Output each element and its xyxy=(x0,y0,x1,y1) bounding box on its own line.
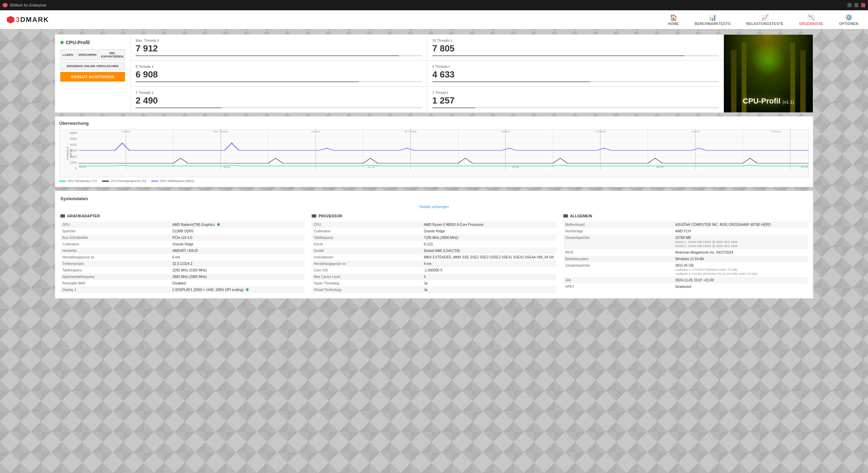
gpu-column: Grafikadapter GPU AMD Radeon(TM) Graphic… xyxy=(60,214,305,293)
table-row: Taktfrequenz2200 MHz (2200 MHz) xyxy=(60,267,305,274)
chart-area: 6000 5000 4000 3000 2000 1000 0 Frequenz… xyxy=(59,129,809,177)
cpu-column: Prozessor CPUAMD Ryzen 5 9600X 6-Core Pr… xyxy=(312,214,556,293)
results-icon: 📉 xyxy=(807,14,815,21)
x-label-0000: 00:00 xyxy=(79,166,86,169)
score-8-threads-fill xyxy=(136,81,359,82)
y-axis-label: Frequenz (MHz) xyxy=(66,144,73,163)
nav-stress-label: BELASTUNGSTESTE xyxy=(746,22,784,26)
phase-label-3: Leerlauf xyxy=(458,130,553,133)
info-icon-8[interactable]: ℹ xyxy=(152,65,153,69)
table-row: InstruktionenMMX EXTENDED_MMX SSE SSE2 S… xyxy=(312,254,556,260)
nav-options-label: OPTIONEN xyxy=(839,22,858,26)
chart-x-labels: 00:00 00:40 01:20 02:00 02:40 03:20 xyxy=(78,164,808,170)
x-label-0200: 02:00 xyxy=(512,166,519,169)
info-icon-2[interactable]: ℹ xyxy=(152,91,153,95)
score-2-threads-value: 2 490 xyxy=(136,95,422,106)
general-column: Allgemein MotherboardASUSTeK COMPUTER IN… xyxy=(563,214,808,293)
score-max-threads-bar xyxy=(136,55,422,56)
top-section: CPU-Profil LADEN SPEICHERN XML EXPORTIER… xyxy=(55,34,813,113)
nav-results[interactable]: 📉 ERGEBNISSE xyxy=(796,14,826,26)
xml-export-button[interactable]: XML EXPORTIEREN xyxy=(99,49,125,60)
scores-grid: Max. Threads ℹ 7 912 16 Threads ℹ 7 805 … xyxy=(130,35,724,112)
nav-benchmarks[interactable]: 📊 BENCHMARKTESTS xyxy=(692,14,733,26)
legend-temp-color xyxy=(59,181,66,182)
score-2-threads-label: 2 Threads ℹ xyxy=(136,91,422,95)
table-row: Speichertaktfrequenz2800 MHz (2800 MHz) xyxy=(60,274,305,280)
run-again-button[interactable]: ERNEUT AUSFÜHREN xyxy=(60,72,125,82)
info-icon-max[interactable]: ℹ xyxy=(158,39,159,43)
left-panel: CPU-Profil LADEN SPEICHERN XML EXPORTIER… xyxy=(55,35,130,112)
phase-label-4: Leerlauf xyxy=(648,130,743,133)
gpu-status-dot xyxy=(217,223,220,226)
logo: 3DMARK xyxy=(7,16,49,24)
table-row: Zeit2024-11-05 15:07 +01:00 xyxy=(563,277,808,283)
table-row: Hyper ThreadingJa xyxy=(312,280,556,287)
gpu-column-title: Grafikadapter xyxy=(60,214,305,218)
laden-button[interactable]: LADEN xyxy=(60,49,75,60)
score-1-thread-label: 1 Thread ℹ xyxy=(432,91,719,95)
monitoring-title: Überwachung xyxy=(59,121,809,126)
legend-freq: CPU-Taktfrequenz (MHz) xyxy=(151,179,194,183)
score-4-threads-bar xyxy=(432,81,719,82)
legend-util: CPU-Dienstprogramm (%) xyxy=(102,179,146,183)
table-row: MotherboardASUSTeK COMPUTER INC. ROG CRO… xyxy=(563,221,808,228)
legend-temp: CPU-Temperatur (°C) xyxy=(59,179,97,183)
nav-benchmarks-label: BENCHMARKTESTS xyxy=(695,22,731,26)
score-max-threads-value: 7 912 xyxy=(136,43,422,54)
chart-legend: CPU-Temperatur (°C) CPU-Dienstprogramm (… xyxy=(59,179,809,183)
score-4-threads: 4 Threads ℹ 4 633 xyxy=(427,61,724,87)
score-8-threads-label: 8 Threads ℹ xyxy=(136,65,422,69)
compare-button[interactable]: ERGEBNIS ONLINE VERGLEICHEN xyxy=(60,62,125,70)
nav-items: 🏠 HOME 📊 BENCHMARKTESTS 📈 BELASTUNGSTEST… xyxy=(665,14,861,26)
logo-text: 3DMARK xyxy=(16,16,49,24)
benchmarks-icon: 📊 xyxy=(709,14,717,21)
x-label-0240: 02:40 xyxy=(656,166,663,169)
phase-label-max: Max. Threads xyxy=(173,130,268,133)
score-2-threads-bar xyxy=(136,107,422,108)
general-column-title: Allgemein xyxy=(563,214,808,218)
details-toggle[interactable]: Details verbergen xyxy=(60,205,808,209)
score-16-threads-value: 7 805 xyxy=(432,43,719,54)
cpu-column-title: Prozessor xyxy=(312,214,556,218)
cpu-profil-label: CPU-Profil xyxy=(66,40,90,45)
x-label-0040: 00:40 xyxy=(224,166,230,169)
nav-home-label: HOME xyxy=(668,22,679,26)
table-row: HerstellerAMD/ATI / ASUS xyxy=(60,247,305,254)
nav-home[interactable]: 🏠 HOME xyxy=(665,14,682,26)
app-icon xyxy=(3,3,8,8)
maximize-button[interactable] xyxy=(854,3,858,7)
gpu-label: GPU xyxy=(60,221,170,228)
score-16-threads-fill xyxy=(432,55,684,56)
monitoring-section: Überwachung 6000 5000 4000 3000 2000 100… xyxy=(55,116,813,187)
score-1-thread-bar xyxy=(432,107,719,108)
nav-options[interactable]: ⚙️ OPTIONEN xyxy=(836,14,861,26)
score-8-threads: 8 Threads ℹ 6 908 xyxy=(130,61,427,87)
table-row: Treiberversion32.0.11024.2 xyxy=(60,260,305,267)
legend-temp-label: CPU-Temperatur (°C) xyxy=(67,179,97,183)
column-4 xyxy=(800,50,806,112)
legend-util-label: CPU-Dienstprogramm (%) xyxy=(110,179,146,183)
chart-inner: 00:00 00:40 01:20 02:00 02:40 03:20 Leer… xyxy=(78,130,808,170)
titlebar-left: 3DMark for Enterprise xyxy=(3,3,47,8)
cpu-title-label: Prozessor xyxy=(318,214,342,218)
info-icon-4[interactable]: ℹ xyxy=(449,65,450,69)
cpu-icon xyxy=(312,214,316,218)
score-16-threads-label: 16 Threads ℹ xyxy=(432,39,719,43)
minimize-button[interactable] xyxy=(847,3,852,7)
table-row: Core VID-1.000000 V xyxy=(312,267,556,274)
info-icon-1[interactable]: ℹ xyxy=(447,91,448,95)
close-button[interactable] xyxy=(861,3,865,7)
y-label-5000: 5000 xyxy=(70,137,77,141)
table-row: Gesamtspeicher 3815.45 GB Laufwerk 1: CT… xyxy=(563,262,808,277)
speichern-button[interactable]: SPEICHERN xyxy=(77,49,98,60)
logo-icon xyxy=(7,16,14,24)
x-label-0120: 01:20 xyxy=(368,166,375,169)
info-icon-16[interactable]: ℹ xyxy=(451,39,452,43)
app-title: 3DMark for Enterprise xyxy=(10,3,47,7)
nav-stress[interactable]: 📈 BELASTUNGSTESTE xyxy=(744,14,787,26)
gpu-table: GPU AMD Radeon(TM) Graphics Speicher512M… xyxy=(60,221,305,293)
score-1-thread-value: 1 257 xyxy=(432,95,719,106)
cpu-profil-title: CPU-Profil xyxy=(60,40,125,45)
table-row: CodenameGranite Ridge xyxy=(312,228,556,234)
table-row: Display 1 \\.\DISPLAY1 (2560 × 1440, 100… xyxy=(60,287,305,293)
